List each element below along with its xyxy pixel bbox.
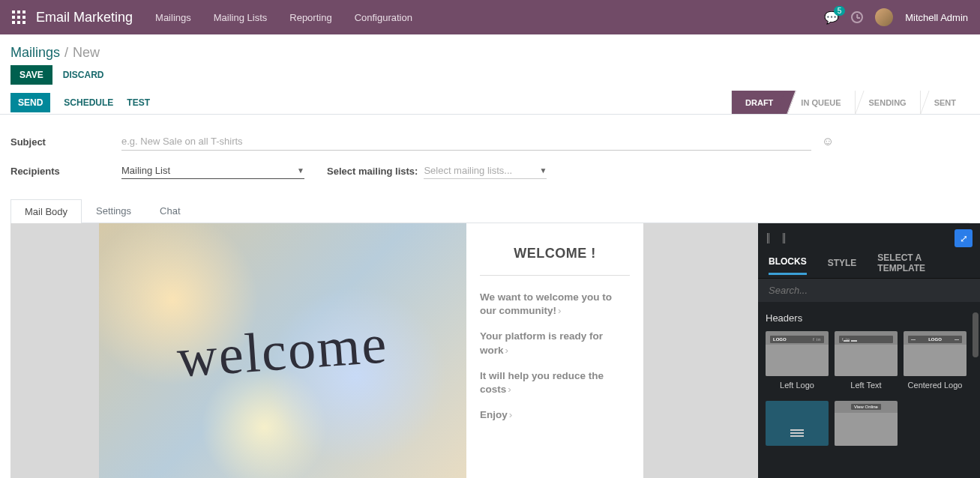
status-row: SEND SCHEDULE TEST DRAFT IN QUEUE SENDIN…: [0, 91, 980, 115]
breadcrumb-current: New: [73, 45, 100, 61]
editor-body: Headers LOGOf in Left Logo f in Left Tex…: [758, 302, 980, 478]
status-actions: SEND SCHEDULE TEST: [10, 91, 150, 114]
nav-configuration[interactable]: Configuration: [355, 12, 412, 23]
top-nav: Email Marketing Mailings Mailing Lists R…: [0, 0, 980, 34]
block-view-online[interactable]: View Online: [835, 401, 898, 446]
block-left-logo[interactable]: LOGOf in Left Logo: [766, 331, 829, 395]
subject-label: Subject: [10, 136, 121, 148]
username[interactable]: Mitchell Admin: [905, 12, 968, 23]
breadcrumb: Mailings / New: [0, 34, 980, 65]
subject-row: Subject ☺: [10, 133, 970, 151]
block-grid: LOGOf in Left Logo f in Left Text —LOGO—…: [766, 331, 973, 446]
breadcrumb-sep: /: [64, 45, 68, 61]
status-stages: DRAFT IN QUEUE SENDING SENT: [731, 91, 970, 114]
editor-tab-style[interactable]: STYLE: [828, 258, 857, 274]
activity-icon[interactable]: [851, 11, 863, 23]
chat-badge: 5: [834, 6, 846, 16]
select-lists-select[interactable]: Select mailing lists... ▼: [424, 163, 547, 179]
recipients-value: Mailing List: [121, 165, 170, 176]
nav-links: Mailings Mailing Lists Reporting Configu…: [155, 12, 412, 23]
editor-tab-blocks[interactable]: BLOCKS: [769, 256, 807, 275]
welcome-p2: Your platform is ready for work›: [480, 330, 630, 357]
expand-icon[interactable]: ⤢: [955, 229, 973, 247]
recipients-row: Recipients Mailing List ▼ Select mailing…: [10, 163, 970, 179]
chevron-right-icon: ›: [505, 345, 509, 356]
chevron-right-icon: ›: [509, 409, 513, 420]
welcome-p4: Enjoy›: [480, 408, 630, 422]
chevron-down-icon: ▼: [297, 166, 304, 175]
send-button[interactable]: SEND: [10, 93, 50, 112]
select-lists-label: Select mailing lists:: [327, 166, 418, 177]
nav-mailing-lists[interactable]: Mailing Lists: [214, 12, 268, 23]
save-button[interactable]: SAVE: [10, 65, 52, 85]
editor-top: ⤢: [758, 223, 980, 253]
editor-sidebar: ⤢ BLOCKS STYLE SELECT A TEMPLATE Headers…: [758, 223, 980, 478]
welcome-script-text: welcome: [175, 312, 390, 390]
apps-icon[interactable]: [12, 10, 25, 24]
nav-reporting[interactable]: Reporting: [289, 12, 331, 23]
avatar[interactable]: [875, 8, 893, 26]
body-area: welcome WELCOME ! We want to welcome you…: [10, 223, 980, 478]
block-teal-hamburger[interactable]: [766, 401, 829, 446]
breadcrumb-root[interactable]: Mailings: [10, 45, 60, 61]
brand-title: Email Marketing: [36, 10, 133, 25]
welcome-image: welcome: [99, 223, 466, 478]
editor-search-input[interactable]: [758, 279, 980, 302]
select-lists-placeholder: Select mailing lists...: [424, 165, 512, 176]
chevron-right-icon: ›: [508, 384, 511, 395]
editor-section-headers: Headers: [766, 312, 973, 324]
chat-icon[interactable]: 💬 5: [824, 10, 839, 25]
form: Subject ☺ Recipients Mailing List ▼ Sele…: [0, 115, 980, 199]
block-centered-logo[interactable]: —LOGO— Centered Logo: [904, 331, 967, 395]
schedule-button[interactable]: SCHEDULE: [64, 97, 113, 108]
welcome-p1: We want to welcome you to our community!…: [480, 291, 630, 318]
stage-sending[interactable]: SENDING: [855, 91, 920, 114]
redo-icon[interactable]: [783, 233, 785, 243]
discard-button[interactable]: DISCARD: [63, 70, 104, 80]
button-row: SAVE DISCARD: [0, 65, 980, 91]
welcome-p3: It will help you reduce the costs›: [480, 369, 630, 396]
recipients-label: Recipients: [10, 166, 121, 177]
welcome-heading: WELCOME !: [480, 246, 630, 261]
scrollbar[interactable]: [973, 312, 979, 357]
subject-input[interactable]: [121, 133, 811, 151]
test-button[interactable]: TEST: [127, 97, 150, 108]
divider: [480, 275, 630, 276]
chevron-down-icon: ▼: [539, 166, 547, 175]
chevron-right-icon: ›: [558, 305, 562, 316]
editor-tabs: BLOCKS STYLE SELECT A TEMPLATE: [758, 253, 980, 279]
stage-draft[interactable]: DRAFT: [731, 91, 787, 114]
block-left-text[interactable]: f in Left Text: [835, 331, 898, 395]
nav-mailings[interactable]: Mailings: [155, 12, 191, 23]
stage-in-queue[interactable]: IN QUEUE: [787, 91, 854, 114]
undo-icon[interactable]: [767, 233, 769, 243]
tab-settings[interactable]: Settings: [82, 199, 145, 223]
tab-chat[interactable]: Chat: [145, 199, 194, 223]
emoji-icon[interactable]: ☺: [822, 135, 834, 148]
top-right: 💬 5 Mitchell Admin: [824, 8, 968, 26]
editor-tab-template[interactable]: SELECT A TEMPLATE: [877, 252, 970, 279]
body-tabs: Mail Body Settings Chat: [10, 199, 970, 223]
welcome-text-panel: WELCOME ! We want to welcome you to our …: [466, 223, 643, 478]
mail-preview[interactable]: welcome WELCOME ! We want to welcome you…: [10, 223, 758, 478]
recipients-select[interactable]: Mailing List ▼: [121, 163, 304, 179]
tab-mail-body[interactable]: Mail Body: [10, 199, 82, 223]
